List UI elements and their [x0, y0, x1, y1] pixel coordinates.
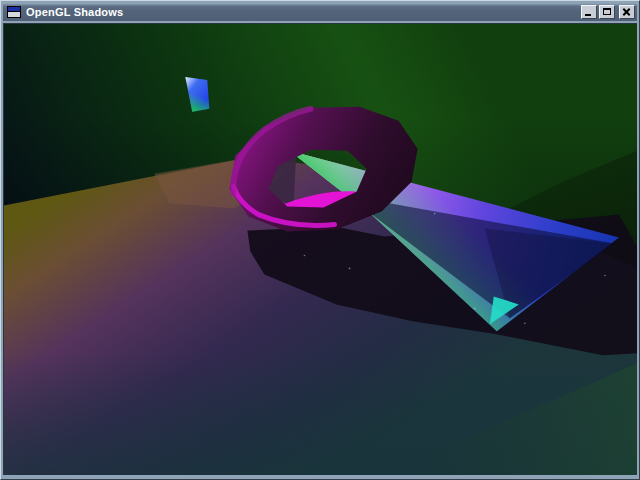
app-icon[interactable]	[7, 6, 21, 18]
minimize-icon	[585, 14, 591, 16]
gl-scene	[4, 24, 637, 475]
title-bar: OpenGL Shadows	[3, 3, 637, 21]
maximize-icon	[603, 8, 611, 15]
maximize-button[interactable]	[599, 5, 615, 19]
window-title: OpenGL Shadows	[26, 6, 123, 18]
opengl-canvas[interactable]	[3, 23, 637, 475]
app-icon-band	[8, 7, 20, 12]
app-window: OpenGL Shadows	[0, 0, 640, 480]
close-button[interactable]	[619, 5, 635, 19]
minimize-button[interactable]	[581, 5, 597, 19]
screen: OpenGL Shadows	[0, 0, 640, 480]
window-controls	[579, 5, 635, 19]
